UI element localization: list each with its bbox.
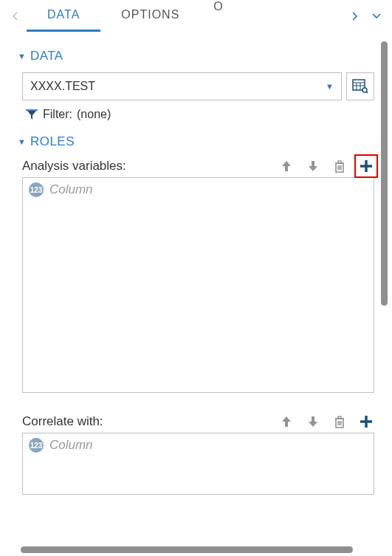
plus-icon <box>359 159 374 174</box>
arrow-down-icon <box>307 159 319 173</box>
role-correlate-list[interactable]: 123 Column <box>22 433 374 495</box>
caret-down-icon: ▼ <box>18 52 26 61</box>
highlight-add-analysis <box>354 154 378 178</box>
add-correlate-button[interactable] <box>358 413 374 430</box>
role-analysis-placeholder: 123 Column <box>23 178 374 202</box>
plus-icon <box>359 414 374 429</box>
dataset-name: XXXX.TEST <box>30 80 95 93</box>
role-correlate-placeholder: 123 Column <box>23 433 374 457</box>
filter-label: Filter: <box>43 108 72 121</box>
numeric-badge-icon: 123 <box>29 438 44 453</box>
svg-rect-7 <box>26 109 38 111</box>
horizontal-scrollbar[interactable] <box>21 546 353 553</box>
filter-row[interactable]: Filter: (none) <box>25 108 374 121</box>
move-down-button[interactable] <box>305 413 321 430</box>
section-data-header[interactable]: ▼ DATA <box>18 49 374 64</box>
tab-partial[interactable]: O <box>200 0 229 32</box>
role-correlate-header: Correlate with: <box>22 413 374 430</box>
tabs-container: DATA OPTIONS O <box>27 0 343 32</box>
section-roles-header[interactable]: ▼ ROLES <box>18 134 374 149</box>
move-up-button[interactable] <box>278 158 295 174</box>
role-analysis-block: Analysis variables: <box>22 158 374 393</box>
dataset-select[interactable]: XXXX.TEST ▼ <box>22 72 342 100</box>
arrow-down-icon <box>307 415 319 428</box>
placeholder-text: Column <box>49 182 93 197</box>
tab-scroll-right-icon[interactable] <box>343 12 365 21</box>
browse-dataset-button[interactable] <box>346 72 374 100</box>
add-analysis-button[interactable] <box>358 158 374 174</box>
svg-rect-13 <box>338 161 341 163</box>
filter-value: (none) <box>77 108 111 121</box>
tab-data[interactable]: DATA <box>27 0 100 32</box>
tab-menu-caret-icon[interactable] <box>365 13 388 19</box>
trash-icon <box>334 159 345 173</box>
caret-down-icon: ▼ <box>18 137 26 146</box>
table-search-icon <box>352 79 368 94</box>
arrow-up-icon <box>281 415 292 428</box>
dataset-row: XXXX.TEST ▼ <box>22 72 374 100</box>
role-analysis-header: Analysis variables: <box>22 158 374 174</box>
role-analysis-actions <box>278 158 374 174</box>
tab-scroll-left-icon[interactable] <box>4 12 27 21</box>
move-down-button[interactable] <box>305 158 321 174</box>
role-correlate-block: Correlate with: <box>22 413 374 495</box>
role-analysis-list[interactable]: 123 Column <box>22 177 374 393</box>
arrow-up-icon <box>281 159 292 173</box>
delete-button[interactable] <box>331 158 348 174</box>
placeholder-text: Column <box>49 438 93 453</box>
role-correlate-label: Correlate with: <box>22 414 103 429</box>
section-data-title: DATA <box>30 49 63 64</box>
tabs-row: DATA OPTIONS O <box>0 0 392 32</box>
move-up-button[interactable] <box>278 413 295 430</box>
tab-options[interactable]: OPTIONS <box>100 0 200 32</box>
role-correlate-actions <box>278 413 374 430</box>
trash-icon <box>334 415 345 428</box>
section-roles-title: ROLES <box>30 134 75 149</box>
role-analysis-label: Analysis variables: <box>22 159 126 174</box>
dropdown-caret-icon: ▼ <box>326 82 334 91</box>
svg-line-6 <box>366 92 368 93</box>
numeric-badge-icon: 123 <box>29 182 44 197</box>
panel-body: ▼ DATA XXXX.TEST ▼ Filter: <box>0 32 392 556</box>
filter-icon <box>25 108 38 121</box>
vertical-scrollbar[interactable] <box>381 41 388 306</box>
delete-button[interactable] <box>331 413 348 430</box>
svg-rect-21 <box>338 416 341 419</box>
